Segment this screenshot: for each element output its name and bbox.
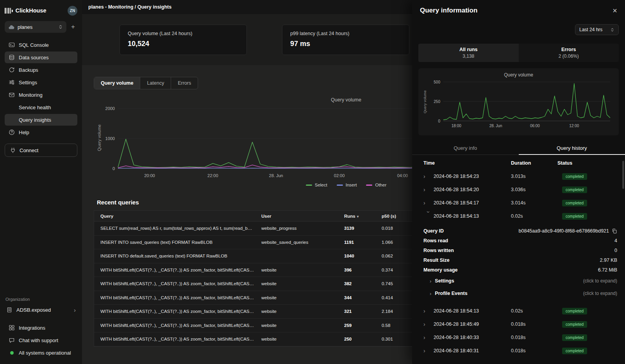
runs-cell: 1040 <box>344 254 382 258</box>
status-badge: completed <box>562 213 587 220</box>
sidebar-item-service-health[interactable]: Service health <box>5 101 77 113</box>
copy-icon[interactable] <box>612 228 617 234</box>
chart-canvas: 025050018:0028. Jun06:0012:00 <box>420 79 617 130</box>
run-duration: 0.02s <box>511 213 557 219</box>
chevron-right-icon[interactable]: › <box>423 321 434 327</box>
organization-selector[interactable]: ADSB.exposed › <box>5 304 77 316</box>
chevron-right-icon[interactable]: › <box>430 291 431 297</box>
footer-label: Chat with support <box>19 337 58 343</box>
detail-row-rows-read: Rows read4 <box>423 236 617 245</box>
column-header-runs[interactable]: Runs▾ <box>344 214 382 218</box>
drawer-header: Query information × <box>412 0 625 21</box>
history-row[interactable]: ›2024-06-28 18:54:130.02scompleted <box>412 304 625 318</box>
sidebar-item-chat-support[interactable]: Chat with support <box>5 334 77 346</box>
sidebar-footer: Integrations Chat with support All syste… <box>5 322 77 359</box>
chevron-right-icon[interactable]: › <box>423 173 434 179</box>
status-badge: completed <box>562 321 587 328</box>
run-duration: 0.02s <box>511 308 557 314</box>
history-row[interactable]: ›2024-06-28 18:54:203.036scompleted <box>412 183 625 196</box>
sidebar-item-settings[interactable]: Settings <box>5 76 77 88</box>
history-row[interactable]: ›2024-06-28 18:54:130.02scompleted <box>412 210 625 223</box>
chevron-right-icon[interactable]: › <box>423 348 434 354</box>
monitoring-icon <box>9 92 15 98</box>
user-cell: website <box>261 323 344 328</box>
detail-row-settings[interactable]: ›Settings(click to expand) <box>423 275 617 287</box>
stat-value: 10,524 <box>128 40 239 48</box>
legend-label: Other <box>375 183 386 187</box>
user-cell: website <box>261 281 344 286</box>
tab-errors[interactable]: Errors <box>171 77 198 89</box>
nav-label: Backups <box>19 67 38 73</box>
sidebar-item-sql-console[interactable]: SQL Console <box>5 39 77 51</box>
history-row[interactable]: ›2024-06-28 18:40:330.018scompleted <box>412 331 625 344</box>
column-header-status: Status <box>557 160 625 166</box>
history-row[interactable]: ›2024-06-28 18:54:233.013scompleted <box>412 170 625 183</box>
svg-text:28. Jun: 28. Jun <box>489 124 502 128</box>
chevron-right-icon[interactable]: › <box>423 308 434 314</box>
chart-title: Query volume <box>418 72 619 78</box>
history-row[interactable]: ›2024-06-28 18:45:490.018scompleted <box>412 318 625 331</box>
legend-swatch <box>337 185 343 186</box>
tab-latency[interactable]: Latency <box>140 77 171 89</box>
sidebar-item-help[interactable]: Help <box>5 126 77 138</box>
integrations-icon <box>9 325 15 331</box>
svg-text:1000: 1000 <box>105 136 115 141</box>
history-row[interactable]: ›2024-06-28 18:40:310.018scompleted <box>412 344 625 357</box>
legend-item-insert[interactable]: Insert <box>337 183 357 187</box>
detail-label: Profile Events <box>435 291 467 296</box>
column-header-query[interactable]: Query <box>94 214 261 218</box>
column-header-time: Time <box>423 160 511 166</box>
organization-label: Organization <box>5 297 77 302</box>
close-icon[interactable]: × <box>612 7 617 14</box>
brand-name: ClickHouse <box>16 7 46 14</box>
query-details: Query IDb0845aa9-a8c9-49f0-8f68-e678669b… <box>412 223 625 304</box>
history-row[interactable]: ›2024-06-28 18:54:173.014scompleted <box>412 196 625 210</box>
system-status[interactable]: All systems operational <box>5 347 77 359</box>
tab-value: 2 (0.06%) <box>559 53 579 59</box>
chevron-right-icon[interactable]: › <box>430 278 431 284</box>
range-value: Last 24 hrs <box>579 27 602 32</box>
chevron-right-icon[interactable]: › <box>423 186 434 193</box>
svg-text:22:00: 22:00 <box>207 173 218 178</box>
svg-text:06:00: 06:00 <box>530 124 540 128</box>
run-duration: 3.036s <box>511 187 557 192</box>
query-cell: WITH bitShiftLeft(CAST(?..), _CAST(?..))… <box>94 323 261 328</box>
sidebar-nav: SQL Console Data sources Backups Setting… <box>5 39 77 138</box>
nav-label: Query insights <box>19 117 51 123</box>
run-timestamp: 2024-06-28 18:54:17 <box>434 200 511 206</box>
time-range-select[interactable]: Last 24 hrs <box>575 24 619 35</box>
add-service-button[interactable]: + <box>69 23 77 31</box>
chevron-right-icon[interactable]: › <box>423 200 434 206</box>
scrollbar-thumb[interactable] <box>622 161 624 189</box>
sidebar-item-backups[interactable]: Backups <box>5 64 77 76</box>
runs-cell: 344 <box>344 295 382 300</box>
chevron-right-icon: › <box>74 307 76 313</box>
column-header-user[interactable]: User <box>261 214 344 218</box>
chevron-down-icon[interactable]: › <box>425 211 432 221</box>
avatar[interactable]: ZN <box>68 6 77 16</box>
detail-row-profile-events[interactable]: ›Profile Events(click to expand) <box>423 287 617 300</box>
service-selector[interactable]: planes <box>5 21 66 33</box>
nav-label: Help <box>19 130 29 135</box>
tab-query-info[interactable]: Query info <box>412 142 519 154</box>
tab-query-volume[interactable]: Query volume <box>94 77 140 89</box>
clickhouse-logo-icon <box>5 7 13 14</box>
detail-row-memory-usage: Memory usage6.72 MiB <box>423 265 617 275</box>
legend-item-select[interactable]: Select <box>306 183 327 187</box>
run-duration: 3.014s <box>511 200 557 206</box>
user-cell: website_saved_queries <box>261 240 344 245</box>
chevron-right-icon[interactable]: › <box>423 334 434 341</box>
svg-text:2000: 2000 <box>105 106 115 111</box>
tab-all-runs[interactable]: All runs 3,138 <box>418 44 519 62</box>
sidebar-item-monitoring[interactable]: Monitoring <box>5 89 77 101</box>
stat-label: p99 latency (Last 24 hours) <box>290 31 401 36</box>
sidebar-item-integrations[interactable]: Integrations <box>5 322 77 334</box>
tab-errors-count[interactable]: Errors 2 (0.06%) <box>519 44 619 62</box>
tab-query-history[interactable]: Query history <box>519 142 625 154</box>
detail-label: Rows read <box>423 238 448 243</box>
legend-label: Select <box>315 183 327 187</box>
sidebar-item-data-sources[interactable]: Data sources <box>5 51 77 63</box>
legend-item-other[interactable]: Other <box>366 183 386 187</box>
sidebar-item-query-insights[interactable]: Query insights <box>5 114 77 126</box>
connect-button[interactable]: Connect <box>5 144 77 157</box>
